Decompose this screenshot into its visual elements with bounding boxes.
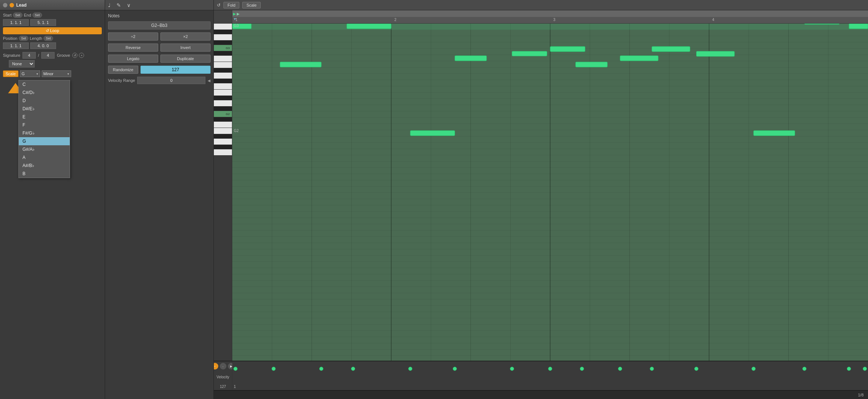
piano-key-f3[interactable] bbox=[214, 56, 232, 62]
expand-velocity-button[interactable]: + bbox=[214, 363, 218, 369]
scale-button[interactable]: Scale bbox=[3, 70, 18, 77]
svg-rect-45 bbox=[849, 24, 868, 29]
piano-key-g3[interactable]: G3 bbox=[214, 45, 232, 51]
piano-key-c2[interactable] bbox=[214, 149, 232, 156]
title-dot-orange bbox=[10, 3, 14, 7]
key-option-f[interactable]: F bbox=[19, 121, 70, 129]
key-dropdown-open[interactable]: C C#/D♭ D D#/E♭ E F F#/G♭ G G#/A♭ A A#/B… bbox=[18, 80, 70, 178]
piano-key-e2[interactable] bbox=[214, 128, 232, 134]
piano-key-b2[interactable] bbox=[214, 90, 232, 96]
divide2-button[interactable]: ÷2 bbox=[108, 32, 158, 41]
groove-refresh-icon[interactable]: ↺ bbox=[72, 53, 77, 58]
times2-button[interactable]: ×2 bbox=[160, 32, 211, 41]
key-option-gsharp[interactable]: G#/A♭ bbox=[19, 145, 70, 153]
fold-button[interactable]: Fold bbox=[223, 2, 239, 8]
end-set-button[interactable]: Set bbox=[32, 13, 42, 18]
piano-key-f2[interactable] bbox=[214, 122, 232, 128]
velocity-range-row: Velocity Range ◀ bbox=[108, 77, 211, 84]
grid-division-label: 1/8 bbox=[858, 393, 864, 397]
piano-key-db3[interactable] bbox=[214, 79, 232, 83]
position-length-label-row: Position Set Length Set bbox=[3, 36, 102, 41]
key-option-fsharp[interactable]: F#/G♭ bbox=[19, 129, 70, 137]
start-value-field[interactable] bbox=[3, 19, 29, 26]
sig-denominator-field[interactable] bbox=[41, 52, 55, 59]
key-option-c[interactable]: C bbox=[19, 80, 70, 89]
mode-dropdown[interactable]: Minor bbox=[42, 70, 71, 77]
piano-key-d3[interactable] bbox=[214, 73, 232, 79]
piano-key-gb3[interactable] bbox=[214, 51, 232, 56]
key-option-g[interactable]: G bbox=[19, 137, 70, 145]
key-option-dsharp[interactable]: D#/E♭ bbox=[19, 105, 70, 113]
invert-button[interactable]: Invert bbox=[160, 44, 211, 52]
playhead-bar: ▶ ▶ ▼ bbox=[232, 10, 868, 17]
svg-point-57 bbox=[618, 367, 622, 371]
legato-duplicate-row: Legato Duplicate bbox=[108, 55, 211, 63]
piano-key-b3[interactable] bbox=[214, 24, 232, 30]
key-option-d[interactable]: D bbox=[19, 97, 70, 105]
key-option-csharp[interactable]: C#/D♭ bbox=[19, 89, 70, 97]
position-value-field[interactable] bbox=[3, 42, 29, 49]
piano-key-eb2[interactable] bbox=[214, 134, 232, 139]
piano-key-ab2[interactable] bbox=[214, 107, 232, 111]
piano-key-bb3[interactable] bbox=[214, 30, 232, 34]
piano-key-gb2[interactable] bbox=[214, 117, 232, 122]
svg-point-51 bbox=[351, 367, 355, 371]
svg-point-55 bbox=[548, 367, 552, 371]
piano-keys: G3 G2 bbox=[214, 24, 232, 361]
piano-key-a3[interactable] bbox=[214, 34, 232, 41]
roll-body: G3 G2 bbox=[214, 24, 868, 361]
groove-dropdown[interactable]: None bbox=[9, 60, 35, 67]
loop-button[interactable]: ↺ Loop bbox=[3, 27, 102, 34]
left-panel: Lead Start Set End Set ↺ Loop Position S… bbox=[0, 0, 105, 399]
key-option-asharp[interactable]: A#/B♭ bbox=[19, 162, 70, 170]
timeline-mark-1: 1 bbox=[236, 18, 238, 22]
key-option-b[interactable]: B bbox=[19, 170, 70, 178]
scale-view-button[interactable]: Scale bbox=[242, 2, 261, 8]
legato-button[interactable]: Legato bbox=[108, 55, 158, 63]
position-set-button[interactable]: Set bbox=[19, 36, 28, 41]
start-set-button[interactable]: Set bbox=[13, 13, 22, 18]
signature-label: Signature bbox=[3, 53, 20, 58]
svg-point-61 bbox=[803, 367, 806, 371]
end-value-field[interactable] bbox=[30, 19, 56, 26]
piano-key-db2[interactable] bbox=[214, 145, 232, 149]
sig-numerator-field[interactable] bbox=[22, 52, 36, 59]
pencil-toolbar-icon[interactable]: ✎ bbox=[117, 2, 121, 8]
velocity-range-arrow-icon: ◀ bbox=[208, 79, 211, 83]
arrow-toolbar-icon[interactable]: ∨ bbox=[127, 2, 131, 8]
svg-point-63 bbox=[863, 367, 867, 371]
key-dropdown[interactable]: G bbox=[20, 70, 40, 77]
svg-point-56 bbox=[580, 367, 584, 371]
velocity-content[interactable]: 1 bbox=[232, 361, 868, 390]
velocity-max-label: 127 bbox=[220, 385, 226, 389]
velocity-range-field[interactable] bbox=[137, 77, 205, 84]
timeline-header: ▶ ▶ ▼ 1 2 3 4 bbox=[214, 10, 868, 24]
piano-key-d2[interactable] bbox=[214, 139, 232, 145]
groove-add-icon[interactable]: + bbox=[79, 53, 84, 58]
note-toolbar-icon[interactable]: ♩ bbox=[108, 2, 111, 8]
svg-rect-46 bbox=[280, 62, 321, 67]
grid-area[interactable]: G3 G2 bbox=[232, 24, 868, 361]
svg-rect-38 bbox=[550, 46, 585, 52]
length-value-field[interactable] bbox=[30, 42, 56, 49]
piano-key-g2[interactable]: G2 bbox=[214, 111, 232, 117]
velocity-controls: + - ▶ bbox=[214, 363, 235, 369]
loop-transport-icon[interactable]: ↺ bbox=[217, 3, 221, 8]
key-option-e[interactable]: E bbox=[19, 113, 70, 121]
length-set-button[interactable]: Set bbox=[44, 36, 53, 41]
piano-key-c3[interactable] bbox=[214, 83, 232, 90]
timeline-mark-3: 3 bbox=[553, 18, 556, 22]
piano-key-ab3[interactable] bbox=[214, 41, 232, 45]
length-label: Length bbox=[30, 36, 42, 41]
randomize-button[interactable]: Randomize bbox=[108, 66, 138, 74]
reverse-button[interactable]: Reverse bbox=[108, 44, 158, 52]
piano-key-e3[interactable] bbox=[214, 62, 232, 68]
duplicate-button[interactable]: Duplicate bbox=[160, 55, 211, 63]
piano-key-a2[interactable] bbox=[214, 100, 232, 107]
piano-key-bb2[interactable] bbox=[214, 96, 232, 100]
piano-key-eb3[interactable] bbox=[214, 68, 232, 73]
collapse-velocity-button[interactable]: - bbox=[220, 363, 226, 369]
title-bar: Lead bbox=[0, 0, 105, 10]
key-option-a[interactable]: A bbox=[19, 153, 70, 162]
start-end-values-row bbox=[3, 19, 102, 26]
